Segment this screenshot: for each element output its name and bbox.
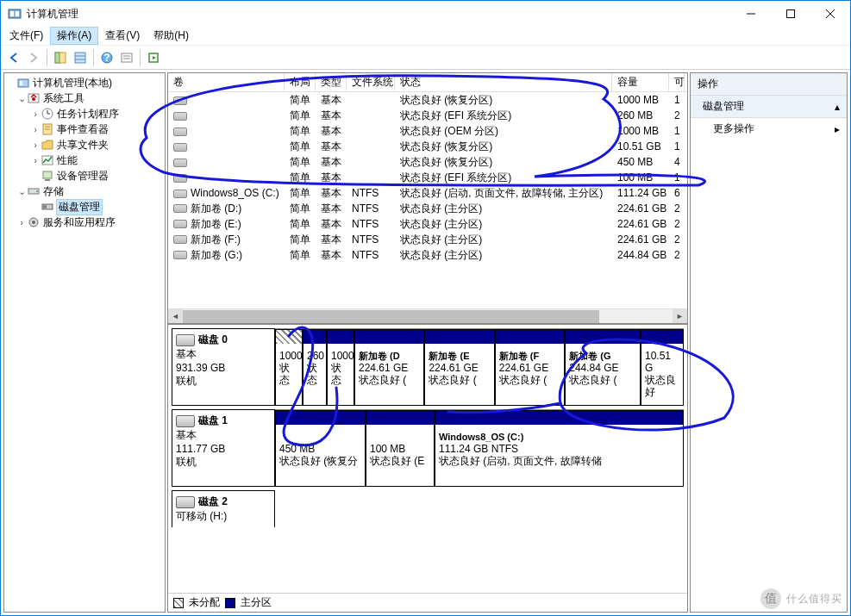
partition[interactable]: 新加卷 (G244.84 GE状态良好 ( [565,329,641,406]
menu-view[interactable]: 查看(V) [98,27,147,45]
partition[interactable]: 新加卷 (F224.61 GE状态良好 ( [495,329,565,406]
disk-1-info: 磁盘 1 基本 111.77 GB 联机 [172,409,275,487]
svg-point-36 [32,221,35,224]
refresh-button[interactable] [144,48,163,67]
close-button[interactable] [810,1,850,27]
col-filesystem[interactable]: 文件系统 [347,73,395,91]
col-status[interactable]: 状态 [395,73,612,91]
tree-shared-folders[interactable]: ›共享文件夹 [6,137,163,152]
volume-icon [173,220,187,228]
h-scrollbar[interactable]: ◄ ► [168,308,687,323]
menu-file[interactable]: 文件(F) [3,27,50,45]
disk-icon [176,496,195,508]
scroll-left-icon[interactable]: ◄ [168,309,183,324]
volume-icon [173,112,187,121]
tree-storage[interactable]: ⌄存储 [6,184,163,199]
partition[interactable]: 260状态 [303,329,327,406]
tree-device-manager[interactable]: 设备管理器 [6,168,163,184]
partition[interactable]: 1000状态 [275,329,303,406]
col-free[interactable]: 可 [669,73,685,91]
nav-tree[interactable]: 计算机管理(本地) ⌄系统工具 ›任务计划程序 ›事件查看器 ›共享文件夹 ›性… [3,72,166,613]
app-window: 计算机管理 文件(F) 操作(A) 查看(V) 帮助(H) ? 计算机管理(本地… [0,0,851,616]
tree-event-viewer[interactable]: ›事件查看器 [6,121,163,137]
back-button[interactable] [4,48,23,67]
window-title: 计算机管理 [27,7,731,22]
svg-rect-14 [122,53,132,62]
legend-label-primary: 主分区 [241,595,272,610]
menu-action[interactable]: 操作(A) [50,27,98,45]
svg-rect-8 [55,53,59,63]
actions-header: 操作 [691,73,847,96]
volume-icon [173,159,187,167]
maximize-button[interactable] [771,1,810,27]
disk-row-2[interactable]: 磁盘 2 可移动 (H:) [172,490,684,527]
volume-icon [173,235,187,244]
tree-task-scheduler[interactable]: ›任务计划程序 [6,106,163,121]
title-bar: 计算机管理 [1,1,850,27]
disk-0-partitions: 1000状态 260状态 1000状态 新加卷 (D224.61 GE状态良好 … [275,328,684,406]
actions-more[interactable]: 更多操作 ▸ [691,118,847,140]
partition[interactable]: Windows8_OS (C:)111.24 GB NTFS状态良好 (启动, … [435,410,684,487]
toolbar-settings[interactable] [117,48,136,67]
disk-row-1[interactable]: 磁盘 1 基本 111.77 GB 联机 450 MB状态良好 (恢复分 100… [172,409,684,487]
table-row[interactable]: 简单基本状态良好 (EFI 系统分区)100 MB1 [168,170,687,185]
tree-services[interactable]: ›服务和应用程序 [6,215,163,230]
disk-graphic-pane: 磁盘 0 基本 931.39 GB 联机 1000状态 260状态 1000状态… [168,323,687,593]
svg-rect-9 [75,53,85,63]
volume-icon [173,96,187,105]
partition[interactable]: 1000状态 [327,329,354,406]
forward-button[interactable] [24,48,43,67]
table-body: 简单基本状态良好 (恢复分区)1000 MB1简单基本状态良好 (EFI 系统分… [168,92,687,308]
tree-root[interactable]: 计算机管理(本地) [6,75,163,90]
svg-text:?: ? [103,52,110,64]
col-capacity[interactable]: 容量 [612,73,669,91]
toolbar-view1[interactable] [51,48,70,67]
col-layout[interactable]: 布局 [285,73,316,91]
disk-row-0[interactable]: 磁盘 0 基本 931.39 GB 联机 1000状态 260状态 1000状态… [172,328,684,406]
menu-help[interactable]: 帮助(H) [147,27,196,45]
volume-icon [173,251,187,259]
actions-pane: 操作 磁盘管理 ▴ 更多操作 ▸ [690,72,848,613]
table-header: 卷 布局 类型 文件系统 状态 容量 可 [168,73,687,92]
col-type[interactable]: 类型 [316,73,347,91]
tree-system-tools[interactable]: ⌄系统工具 [6,90,163,106]
table-row[interactable]: 简单基本状态良好 (EFI 系统分区)260 MB2 [168,108,687,123]
table-row[interactable]: 简单基本状态良好 (恢复分区)450 MB4 [168,154,687,170]
table-row[interactable]: 简单基本状态良好 (恢复分区)10.51 GB1 [168,139,687,154]
legend-swatch-primary [225,598,235,608]
partition[interactable]: 10.51 G状态良好 [641,329,684,406]
table-row[interactable]: Windows8_OS (C:)简单基本NTFS状态良好 (启动, 页面文件, … [168,185,687,201]
partition[interactable]: 450 MB状态良好 (恢复分 [275,410,366,487]
svg-rect-30 [45,179,50,181]
table-row[interactable]: 新加卷 (D:)简单基本NTFS状态良好 (主分区)224.61 GB2 [168,201,687,216]
tree-disk-management[interactable]: 磁盘管理 [6,199,163,215]
partition[interactable]: 新加卷 (E224.61 GE状态良好 ( [424,329,494,406]
partition[interactable]: 100 MB状态良好 (E [366,410,435,487]
app-icon [8,7,22,21]
legend-swatch-unallocated [173,598,184,608]
body: 计算机管理(本地) ⌄系统工具 ›任务计划程序 ›事件查看器 ›共享文件夹 ›性… [1,70,850,615]
svg-rect-34 [43,205,47,208]
minimize-button[interactable] [731,1,771,27]
table-row[interactable]: 简单基本状态良好 (OEM 分区)1000 MB1 [168,123,687,139]
volume-icon [173,143,187,152]
volume-table: 卷 布局 类型 文件系统 状态 容量 可 简单基本状态良好 (恢复分区)1000… [168,73,687,323]
volume-icon [173,190,187,198]
chevron-right-icon: ▸ [835,123,840,135]
actions-group-diskmgmt[interactable]: 磁盘管理 ▴ [691,96,847,118]
table-row[interactable]: 新加卷 (E:)简单基本NTFS状态良好 (主分区)224.61 GB2 [168,216,687,232]
svg-rect-18 [18,79,28,87]
help-button[interactable]: ? [97,48,116,67]
volume-icon [173,204,187,213]
legend-label-unallocated: 未分配 [189,595,220,610]
tree-performance[interactable]: ›性能 [6,152,163,168]
table-row[interactable]: 简单基本状态良好 (恢复分区)1000 MB1 [168,92,687,108]
col-volume[interactable]: 卷 [168,73,285,91]
svg-rect-2 [16,11,19,16]
table-row[interactable]: 新加卷 (F:)简单基本NTFS状态良好 (主分区)224.61 GB2 [168,232,687,247]
partition[interactable]: 新加卷 (D224.61 GE状态良好 ( [354,329,424,406]
svg-point-21 [32,97,35,101]
scroll-right-icon[interactable]: ► [673,309,687,324]
table-row[interactable]: 新加卷 (G:)简单基本NTFS状态良好 (主分区)244.84 GB2 [168,247,687,263]
toolbar-view2[interactable] [71,48,90,67]
